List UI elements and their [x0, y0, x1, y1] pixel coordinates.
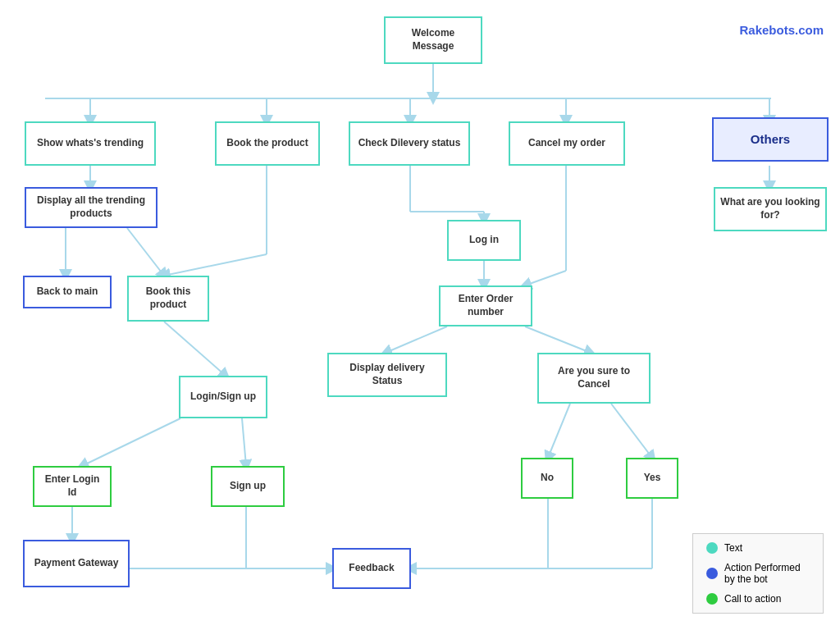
- svg-line-22: [525, 326, 591, 353]
- svg-line-12: [164, 322, 226, 376]
- payment-node: Payment Gateway: [23, 540, 130, 587]
- back-main-node: Back to main: [23, 276, 112, 308]
- feedback-node: Feedback: [332, 548, 411, 589]
- legend: Text Action Performed by the bot Call to…: [692, 533, 824, 614]
- svg-line-26: [611, 404, 652, 458]
- book-this-node: Book this product: [127, 276, 209, 322]
- svg-line-21: [386, 326, 447, 353]
- legend-text-label: Text: [724, 542, 742, 554]
- no-node: No: [521, 458, 573, 499]
- svg-line-25: [548, 404, 570, 458]
- legend-text-dot: [706, 542, 718, 554]
- check-delivery-node: Check Dilevery status: [349, 121, 470, 166]
- display-delivery-node: Display delivery Status: [327, 353, 447, 397]
- display-trending-node: Display all the trending products: [25, 187, 158, 228]
- welcome-node: Welcome Message: [384, 16, 482, 64]
- legend-action-label: Action Performed by the bot: [724, 562, 810, 585]
- book-product-node: Book the product: [215, 121, 320, 166]
- legend-cta-dot: [706, 593, 718, 605]
- enter-login-node: Enter Login Id: [33, 466, 112, 507]
- others-node: Others: [712, 117, 829, 162]
- svg-line-24: [525, 271, 566, 285]
- svg-line-11: [164, 254, 267, 276]
- svg-line-9: [127, 228, 164, 276]
- yes-node: Yes: [626, 458, 678, 499]
- show-trending-node: Show whats's trending: [25, 121, 156, 166]
- enter-order-node: Enter Order number: [439, 285, 532, 326]
- what-looking-node: What are you looking for?: [714, 187, 827, 231]
- log-in-node: Log in: [447, 220, 521, 261]
- legend-cta-label: Call to action: [724, 593, 781, 605]
- sign-up-node: Sign up: [211, 466, 285, 507]
- legend-action-dot: [706, 568, 718, 579]
- svg-line-13: [82, 418, 180, 466]
- login-signup-node: Login/Sign up: [179, 376, 267, 418]
- svg-line-14: [242, 418, 246, 466]
- cancel-order-node: Cancel my order: [509, 121, 625, 166]
- brand-label: Rakebots.com: [739, 23, 824, 37]
- are-you-sure-node: Are you sure to Cancel: [537, 353, 651, 404]
